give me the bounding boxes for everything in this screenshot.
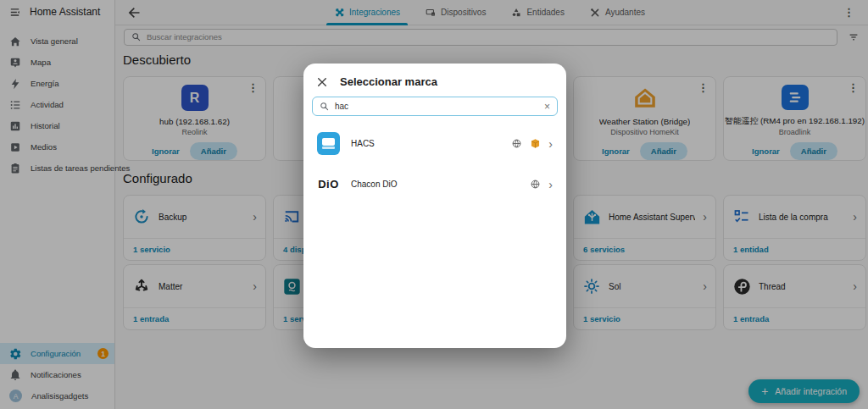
globe-icon [530,179,541,190]
chevron-right-icon: › [548,138,553,150]
custom-integration-icon [530,138,541,149]
hacs-logo-icon [317,132,340,155]
dialog-title: Seleccionar marca [340,75,437,88]
brand-search-input[interactable] [335,102,538,111]
brand-item-hacs[interactable]: HACS › [303,126,566,161]
dio-logo: DiO [317,173,340,196]
dialog-header: Seleccionar marca [303,64,566,97]
brand-item-chacon-dio[interactable]: DiO Chacon DiO › [303,167,566,202]
chevron-right-icon: › [548,179,553,191]
brand-name: Chacon DiO [351,180,519,189]
home-assistant-window: Home Assistant Vista general Mapa Energí… [0,0,868,409]
globe-icon [511,138,522,149]
brand-badges: › [511,138,553,150]
clear-search-icon[interactable]: × [544,102,550,112]
brand-badges: › [530,179,553,191]
brand-results-list: HACS › DiO Chacon DiO [303,116,566,202]
search-icon [320,102,329,111]
brand-search-box: × [312,97,558,116]
brand-name: HACS [351,139,500,148]
close-icon[interactable] [317,77,327,87]
select-brand-dialog: Seleccionar marca × HACS [303,64,566,348]
